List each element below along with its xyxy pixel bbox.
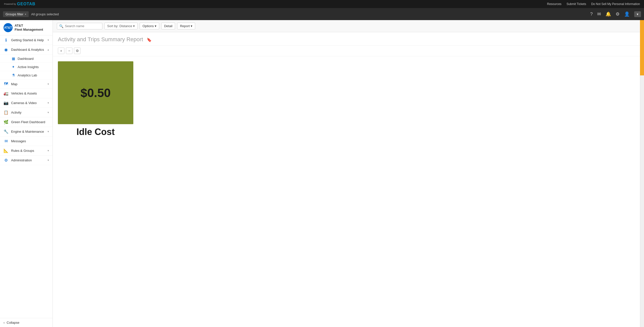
- sort-value: Distance: [119, 24, 132, 28]
- sort-button[interactable]: Sort by: Distance ▾: [104, 23, 138, 29]
- bell-icon-button[interactable]: 🔔: [606, 11, 611, 17]
- remove-chart-button[interactable]: −: [66, 48, 72, 54]
- sidebar-item-messages[interactable]: ✉ Messages: [0, 136, 53, 146]
- idle-cost-square: $0.50: [58, 61, 133, 124]
- report-title: Activity and Trips Summary Report 🔖: [58, 36, 635, 43]
- gear-icon-button[interactable]: ⚙: [616, 11, 620, 17]
- options-arrow-icon: ▾: [155, 24, 156, 28]
- scroll-bar: [640, 20, 644, 75]
- analytics-lab-icon: ⚗: [11, 73, 16, 77]
- chart-settings-button[interactable]: ⚙: [74, 48, 80, 54]
- map-arrow: ▾: [48, 82, 49, 86]
- help-icon-button[interactable]: ?: [590, 12, 593, 17]
- engine-icon: 🔧: [4, 129, 9, 134]
- idle-cost-value: $0.50: [80, 86, 111, 100]
- search-input-wrap: 🔍: [57, 23, 102, 29]
- options-button[interactable]: Options ▾: [140, 23, 159, 29]
- sidebar-item-engine-maintenance[interactable]: 🔧 Engine & Maintenance ▾: [0, 127, 53, 136]
- rules-arrow: ▾: [48, 149, 49, 152]
- dashboard-icon: ▦: [11, 57, 16, 61]
- cameras-icon: 📷: [4, 101, 9, 105]
- report-arrow-icon: ▾: [191, 24, 192, 28]
- map-icon: 🗺: [4, 82, 9, 86]
- admin-arrow: ▾: [48, 159, 49, 162]
- search-input[interactable]: [65, 24, 100, 28]
- messages-icon: ✉: [4, 139, 9, 144]
- main-content: 🔍 Sort by: Distance ▾ Options ▾ Detail R…: [53, 20, 640, 327]
- bookmark-icon[interactable]: 🔖: [147, 38, 152, 42]
- sidebar-item-getting-started[interactable]: ℹ Getting Started & Help ▾: [0, 35, 53, 45]
- chart-controls: + − ⚙: [53, 45, 640, 56]
- submit-tickets-link[interactable]: Submit Tickets: [567, 2, 586, 6]
- sidebar-item-analytics-lab[interactable]: ⚗ Analytics Lab: [0, 71, 53, 79]
- sort-arrow-icon: ▾: [133, 24, 135, 28]
- idle-cost-label: Idle Cost: [58, 127, 133, 137]
- sidebar-item-active-insights[interactable]: ✦ Active Insights: [0, 63, 53, 71]
- detail-button[interactable]: Detail: [161, 23, 175, 29]
- resources-link[interactable]: Resources: [547, 2, 561, 6]
- collapse-arrow-icon: ‹: [4, 321, 5, 324]
- do-not-sell-link[interactable]: Do Not Sell My Personal Information: [591, 2, 640, 6]
- chart-area: $0.50 Idle Cost: [53, 56, 640, 327]
- groups-filter-arrow: ▾: [25, 13, 26, 16]
- dashboard-analytics-icon: ◉: [4, 47, 9, 52]
- logo-text: AT&T Fleet Management: [15, 24, 43, 31]
- top-bar-links: Resources Submit Tickets Do Not Sell My …: [547, 2, 640, 6]
- main-layout: AT&T AT&T Fleet Management ℹ Getting Sta…: [0, 20, 644, 327]
- sidebar-item-green-fleet[interactable]: 🌿 Green Fleet Dashboard: [0, 117, 53, 127]
- vehicles-icon: 🚛: [4, 91, 9, 96]
- user-dropdown-button[interactable]: ▾: [634, 11, 641, 17]
- groups-filter-label: Groups filter: [6, 12, 23, 16]
- sidebar-item-administration[interactable]: ⚙ Administration ▾: [0, 156, 53, 165]
- active-insights-icon: ✦: [11, 65, 16, 69]
- mail-icon-button[interactable]: ✉: [597, 11, 601, 17]
- sidebar-item-vehicles-assets[interactable]: 🚛 Vehicles & Assets: [0, 89, 53, 98]
- second-bar-right: ? ✉ 🔔 ⚙ 👤 ▾: [590, 11, 641, 17]
- top-bar-left: Powered by GEOTAB: [4, 2, 35, 6]
- sidebar-item-cameras-video[interactable]: 📷 Cameras & Video ▾: [0, 98, 53, 108]
- rules-icon: 📐: [4, 148, 9, 153]
- geotab-logo: Powered by GEOTAB: [4, 2, 35, 6]
- user-icon-button[interactable]: 👤: [624, 11, 630, 17]
- add-chart-button[interactable]: +: [58, 48, 64, 54]
- search-icon: 🔍: [59, 24, 63, 28]
- sidebar: AT&T AT&T Fleet Management ℹ Getting Sta…: [0, 20, 53, 327]
- engine-arrow: ▾: [48, 130, 49, 133]
- sidebar-item-dashboard-analytics[interactable]: ◉ Dashboard & Analytics ▴: [0, 45, 53, 55]
- logo-circle: AT&T: [4, 23, 13, 32]
- report-button[interactable]: Report ▾: [177, 23, 195, 29]
- sort-label: Sort by:: [107, 24, 118, 28]
- activity-icon: 📋: [4, 110, 9, 115]
- content-toolbar: 🔍 Sort by: Distance ▾ Options ▾ Detail R…: [53, 20, 640, 32]
- top-bar: Powered by GEOTAB Resources Submit Ticke…: [0, 0, 644, 8]
- dashboard-analytics-arrow: ▴: [48, 48, 49, 51]
- second-bar: Groups filter ▾ All groups selected ? ✉ …: [0, 8, 644, 20]
- user-dropdown-arrow: ▾: [637, 12, 638, 16]
- activity-arrow: ▾: [48, 111, 49, 114]
- sidebar-item-rules-groups[interactable]: 📐 Rules & Groups ▾: [0, 146, 53, 156]
- groups-filter-button[interactable]: Groups filter ▾: [3, 11, 29, 17]
- report-title-area: Activity and Trips Summary Report 🔖: [53, 32, 640, 45]
- sidebar-item-map[interactable]: 🗺 Map ▾: [0, 79, 53, 89]
- groups-selected-text: All groups selected: [31, 12, 59, 16]
- idle-cost-card: $0.50 Idle Cost: [58, 61, 133, 137]
- green-fleet-icon: 🌿: [4, 120, 9, 124]
- sidebar-item-activity[interactable]: 📋 Activity ▾: [0, 108, 53, 117]
- sidebar-item-dashboard[interactable]: ▦ Dashboard: [0, 55, 53, 63]
- info-icon: ℹ: [4, 38, 9, 42]
- getting-started-arrow: ▾: [48, 38, 49, 42]
- cameras-arrow: ▾: [48, 101, 49, 105]
- sidebar-logo: AT&T AT&T Fleet Management: [0, 20, 53, 35]
- admin-icon: ⚙: [4, 158, 9, 163]
- collapse-button[interactable]: ‹ Collapse: [0, 318, 53, 327]
- right-scroll-indicator[interactable]: [640, 20, 644, 327]
